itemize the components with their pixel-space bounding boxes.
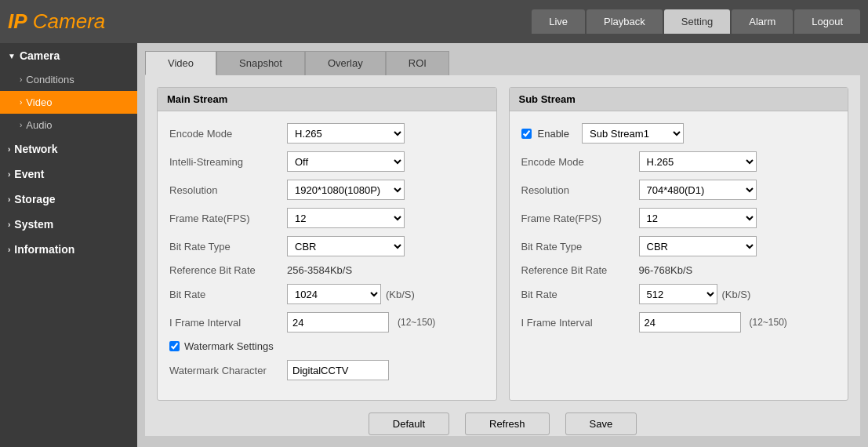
content-area: Main Stream Encode Mode H.265 [145, 75, 860, 436]
sub-i-frame-interval-input[interactable] [639, 312, 741, 333]
intelli-streaming-select[interactable]: Off [287, 151, 405, 172]
sub-stream-select[interactable]: Sub Stream1 [582, 123, 684, 144]
sub-bit-rate-type-control: CBR [639, 236, 757, 256]
frame-rate-select[interactable]: 12 [287, 208, 405, 228]
content-wrapper: Main Stream Encode Mode H.265 [157, 87, 848, 424]
encode-mode-label: Encode Mode [169, 128, 287, 140]
chevron-right-icon: › [20, 75, 22, 84]
bit-rate-type-label: Bit Rate Type [169, 241, 287, 253]
sidebar-item-video[interactable]: › Video [0, 91, 137, 114]
tab-video[interactable]: Video [145, 51, 216, 75]
sub-frame-rate-select[interactable]: 12 [639, 208, 757, 228]
sub-bit-rate-type-label: Bit Rate Type [521, 241, 639, 253]
sub-i-frame-hint: (12~150) [750, 317, 787, 328]
watermark-char-control [287, 360, 389, 380]
intelli-streaming-row: Intelli-Streaming Off [169, 151, 485, 172]
sub-frame-rate-label: Frame Rate(FPS) [521, 213, 639, 224]
main-stream-body: Encode Mode H.265 Intelli-Streaming [158, 111, 496, 400]
tab-snapshot[interactable]: Snapshot [216, 51, 305, 75]
sub-stream-header: Sub Stream [510, 88, 848, 111]
bit-rate-select[interactable]: 1024 [287, 284, 381, 304]
refresh-button[interactable]: Refresh [465, 412, 550, 435]
sub-stream-enable-row: Enable Sub Stream1 [521, 123, 837, 144]
i-frame-hint: (12~150) [398, 317, 435, 328]
chevron-right-icon-6: › [8, 195, 10, 204]
sub-bit-rate-control: 512 (Kb/S) [639, 284, 751, 304]
sub-bit-rate-type-select[interactable]: CBR [639, 236, 757, 256]
bit-rate-type-select[interactable]: CBR [287, 236, 405, 256]
button-bar: Default Refresh Save [157, 401, 848, 439]
sub-encode-mode-select[interactable]: H.265 [639, 151, 757, 172]
sub-resolution-select[interactable]: 704*480(D1) [639, 180, 757, 200]
frame-rate-label: Frame Rate(FPS) [169, 213, 287, 224]
sub-stream-box: Sub Stream Enable Sub Stream1 Encode Mo [509, 87, 849, 401]
nav-tab-setting[interactable]: Setting [664, 9, 730, 34]
chevron-right-icon-8: › [8, 245, 10, 254]
sidebar-item-audio[interactable]: › Audio [0, 114, 137, 136]
intelli-streaming-control: Off [287, 151, 405, 172]
nav-tab-playback[interactable]: Playback [587, 9, 663, 34]
sub-bit-rate-row: Bit Rate 512 (Kb/S) [521, 284, 837, 304]
sub-resolution-row: Resolution 704*480(D1) [521, 180, 837, 200]
logo-ip: IP [8, 9, 27, 33]
intelli-streaming-label: Intelli-Streaming [169, 156, 287, 168]
sidebar-item-audio-label: Audio [26, 119, 52, 131]
i-frame-interval-row: I Frame Interval (12~150) [169, 312, 485, 333]
sidebar-section-storage-label: Storage [14, 193, 55, 205]
sub-stream-enable-checkbox[interactable] [521, 129, 532, 139]
sub-resolution-control: 704*480(D1) [639, 180, 757, 200]
main-content: Video Snapshot Overlay ROI Main Stream E… [137, 43, 868, 447]
reference-bit-rate-label: Reference Bit Rate [169, 264, 287, 276]
app-logo: IP Camera [8, 9, 105, 34]
sidebar: ▼ Camera › Conditions › Video › Audio › … [0, 43, 137, 447]
watermark-char-row: Watermark Character [169, 360, 485, 380]
sidebar-section-information-label: Information [14, 243, 74, 256]
i-frame-interval-input[interactable] [287, 312, 389, 333]
sidebar-section-camera-label: Camera [20, 49, 60, 62]
watermark-char-label: Watermark Character [169, 365, 287, 376]
header: IP Camera Live Playback Setting Alarm Lo… [0, 0, 868, 43]
watermark-checkbox[interactable] [169, 341, 180, 351]
i-frame-interval-control: (12~150) [287, 312, 435, 333]
bit-rate-type-control: CBR [287, 236, 405, 256]
sidebar-section-information[interactable]: › Information [0, 237, 137, 262]
nav-tab-alarm[interactable]: Alarm [732, 9, 793, 34]
sub-frame-rate-control: 12 [639, 208, 757, 228]
sub-bit-rate-type-row: Bit Rate Type CBR [521, 236, 837, 256]
nav-tab-live[interactable]: Live [532, 9, 585, 34]
sub-stream-enable-label: Enable [538, 128, 569, 140]
watermark-settings-row: Watermark Settings [169, 340, 485, 352]
sidebar-section-event-label: Event [14, 168, 44, 180]
sub-encode-mode-label: Encode Mode [521, 156, 639, 168]
sub-reference-bit-rate-control: 96-768Kb/S [639, 264, 693, 276]
sidebar-item-conditions[interactable]: › Conditions [0, 68, 137, 91]
sub-bit-rate-select[interactable]: 512 [639, 284, 717, 304]
resolution-label: Resolution [169, 184, 287, 196]
resolution-select[interactable]: 1920*1080(1080P) [287, 180, 405, 200]
bit-rate-row: Bit Rate 1024 (Kb/S) [169, 284, 485, 304]
tab-overlay[interactable]: Overlay [305, 51, 386, 75]
sidebar-section-event[interactable]: › Event [0, 162, 137, 187]
sub-encode-mode-control: H.265 [639, 151, 757, 172]
tab-roi[interactable]: ROI [386, 51, 449, 75]
i-frame-interval-label: I Frame Interval [169, 317, 287, 329]
frame-rate-row: Frame Rate(FPS) 12 [169, 208, 485, 228]
default-button[interactable]: Default [369, 412, 449, 435]
nav-tab-logout[interactable]: Logout [794, 9, 860, 34]
encode-mode-select[interactable]: H.265 [287, 123, 405, 144]
sub-stream-body: Enable Sub Stream1 Encode Mode H.265 [510, 111, 848, 352]
chevron-right-icon-5: › [8, 170, 10, 179]
layout: ▼ Camera › Conditions › Video › Audio › … [0, 43, 868, 447]
watermark-char-input[interactable] [287, 360, 389, 380]
sidebar-section-storage[interactable]: › Storage [0, 187, 137, 212]
sub-reference-bit-rate-row: Reference Bit Rate 96-768Kb/S [521, 264, 837, 276]
resolution-control: 1920*1080(1080P) [287, 180, 405, 200]
sub-tabs: Video Snapshot Overlay ROI [137, 43, 868, 75]
sidebar-section-camera[interactable]: ▼ Camera [0, 43, 137, 68]
sidebar-section-system[interactable]: › System [0, 212, 137, 237]
sidebar-section-network[interactable]: › Network [0, 136, 137, 162]
encode-mode-control: H.265 [287, 123, 405, 144]
nav-tabs: Live Playback Setting Alarm Logout [532, 9, 860, 34]
chevron-right-icon-7: › [8, 220, 10, 229]
save-button[interactable]: Save [565, 412, 637, 435]
